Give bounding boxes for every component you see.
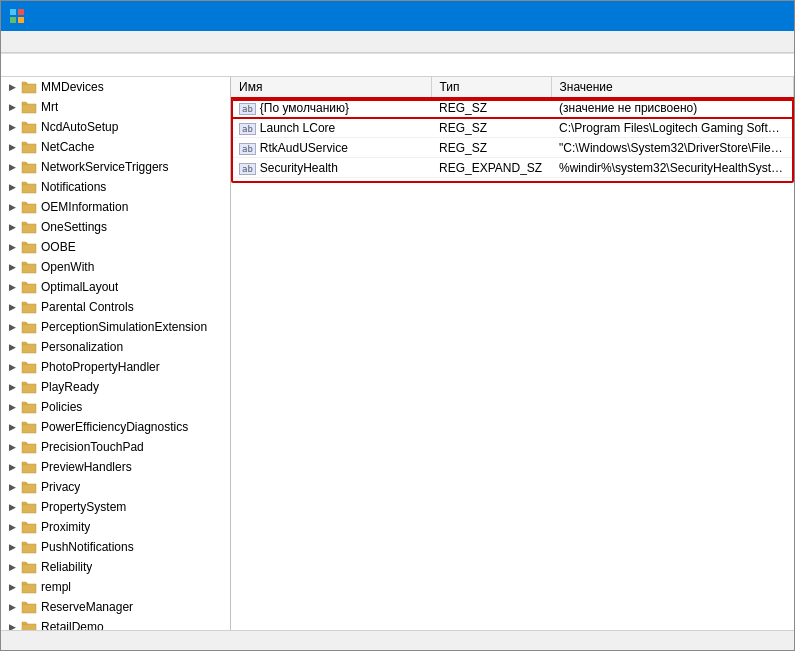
reg-type-icon: ab [239,103,256,115]
expand-arrow-icon: ▶ [9,562,21,572]
tree-item-label: PerceptionSimulationExtension [41,320,207,334]
tree-item-notifications[interactable]: ▶ Notifications [1,177,230,197]
tree-item-label: rempl [41,580,71,594]
tree-item-precisiontouchpad[interactable]: ▶ PrecisionTouchPad [1,437,230,457]
tree-item-reliability[interactable]: ▶ Reliability [1,557,230,577]
maximize-button[interactable] [694,1,740,31]
tree-item-label: Privacy [41,480,80,494]
title-bar [1,1,794,31]
folder-icon [21,380,37,394]
tree-item-label: OptimalLayout [41,280,118,294]
tree-item-mmdevices[interactable]: ▶ MMDevices [1,77,230,97]
expand-arrow-icon: ▶ [9,442,21,452]
tree-item-parental-controls[interactable]: ▶ Parental Controls [1,297,230,317]
svg-rect-3 [18,17,24,23]
tree-item-label: RetailDemo [41,620,104,630]
tree-item-reservemanager[interactable]: ▶ ReserveManager [1,597,230,617]
tree-item-label: Personalization [41,340,123,354]
expand-arrow-icon: ▶ [9,542,21,552]
tree-item-personalization[interactable]: ▶ Personalization [1,337,230,357]
tree-item-label: Notifications [41,180,106,194]
menu-help[interactable] [69,40,85,44]
tree-item-label: NcdAutoSetup [41,120,118,134]
minimize-button[interactable] [648,1,694,31]
expand-arrow-icon: ▶ [9,382,21,392]
tree-item-mrt[interactable]: ▶ Mrt [1,97,230,117]
tree-item-propertysystem[interactable]: ▶ PropertySystem [1,497,230,517]
expand-arrow-icon: ▶ [9,202,21,212]
tree-item-proximity[interactable]: ▶ Proximity [1,517,230,537]
tree-item-policies[interactable]: ▶ Policies [1,397,230,417]
folder-icon [21,140,37,154]
cell-name: abSecurityHealth [231,158,431,178]
table-row[interactable]: ab{По умолчанию}REG_SZ(значение не присв… [231,98,794,118]
cell-name: abRtkAudUService [231,138,431,158]
expand-arrow-icon: ▶ [9,482,21,492]
tree-item-photopropertyhandler[interactable]: ▶ PhotoPropertyHandler [1,357,230,377]
col-header-name: Имя [231,77,431,98]
menu-view[interactable] [37,40,53,44]
folder-icon [21,500,37,514]
tree-item-playready[interactable]: ▶ PlayReady [1,377,230,397]
menu-edit[interactable] [21,40,37,44]
cell-type: REG_SZ [431,138,551,158]
tree-item-previewhandlers[interactable]: ▶ PreviewHandlers [1,457,230,477]
title-bar-left [9,8,31,24]
folder-icon [21,620,37,630]
tree-item-perceptionsimulationextension[interactable]: ▶ PerceptionSimulationExtension [1,317,230,337]
expand-arrow-icon: ▶ [9,82,21,92]
folder-icon [21,580,37,594]
tree-item-netcache[interactable]: ▶ NetCache [1,137,230,157]
cell-type: REG_SZ [431,118,551,138]
tree-item-pushnotifications[interactable]: ▶ PushNotifications [1,537,230,557]
tree-item-label: PowerEfficiencyDiagnostics [41,420,188,434]
tree-item-onesettings[interactable]: ▶ OneSettings [1,217,230,237]
tree-item-label: PhotoPropertyHandler [41,360,160,374]
tree-item-ncdautosetup[interactable]: ▶ NcdAutoSetup [1,117,230,137]
registry-values-pane[interactable]: ИмяТипЗначениеab{По умолчанию}REG_SZ(зна… [231,77,794,630]
tree-item-oeminformation[interactable]: ▶ OEMInformation [1,197,230,217]
registry-table: ИмяТипЗначениеab{По умолчанию}REG_SZ(зна… [231,77,794,178]
table-row[interactable]: abLaunch LCoreREG_SZC:\Program Files\Log… [231,118,794,138]
folder-icon [21,520,37,534]
close-button[interactable] [740,1,786,31]
expand-arrow-icon: ▶ [9,422,21,432]
tree-item-networkservicetriggers[interactable]: ▶ NetworkServiceTriggers [1,157,230,177]
tree-item-privacy[interactable]: ▶ Privacy [1,477,230,497]
table-row[interactable]: abRtkAudUServiceREG_SZ"C:\Windows\System… [231,138,794,158]
expand-arrow-icon: ▶ [9,122,21,132]
cell-type: REG_EXPAND_SZ [431,158,551,178]
folder-icon [21,180,37,194]
tree-item-label: PrecisionTouchPad [41,440,144,454]
folder-icon [21,200,37,214]
folder-icon [21,440,37,454]
tree-item-powerefficiencydiagnostics[interactable]: ▶ PowerEfficiencyDiagnostics [1,417,230,437]
menu-favorites[interactable] [53,40,69,44]
expand-arrow-icon: ▶ [9,162,21,172]
address-bar [1,53,794,77]
cell-value: C:\Program Files\Logitech Gaming Softwar [551,118,794,138]
svg-rect-2 [10,17,16,23]
expand-arrow-icon: ▶ [9,342,21,352]
tree-item-label: MMDevices [41,80,104,94]
main-content: ▶ MMDevices▶ Mrt▶ NcdAutoSetup▶ NetCache… [1,77,794,630]
tree-item-label: PushNotifications [41,540,134,554]
cell-type: REG_SZ [431,98,551,118]
svg-rect-1 [18,9,24,15]
tree-item-oobe[interactable]: ▶ OOBE [1,237,230,257]
tree-item-label: OpenWith [41,260,94,274]
tree-item-openwith[interactable]: ▶ OpenWith [1,257,230,277]
folder-icon [21,360,37,374]
tree-item-rempl[interactable]: ▶ rempl [1,577,230,597]
table-row[interactable]: abSecurityHealthREG_EXPAND_SZ%windir%\sy… [231,158,794,178]
expand-arrow-icon: ▶ [9,622,21,630]
registry-tree[interactable]: ▶ MMDevices▶ Mrt▶ NcdAutoSetup▶ NetCache… [1,77,231,630]
cell-value: %windir%\system32\SecurityHealthSystray. [551,158,794,178]
tree-item-retaildemo[interactable]: ▶ RetailDemo [1,617,230,630]
expand-arrow-icon: ▶ [9,362,21,372]
folder-icon [21,460,37,474]
tree-item-optimallayout[interactable]: ▶ OptimalLayout [1,277,230,297]
expand-arrow-icon: ▶ [9,222,21,232]
tree-item-label: NetworkServiceTriggers [41,160,169,174]
menu-file[interactable] [5,40,21,44]
